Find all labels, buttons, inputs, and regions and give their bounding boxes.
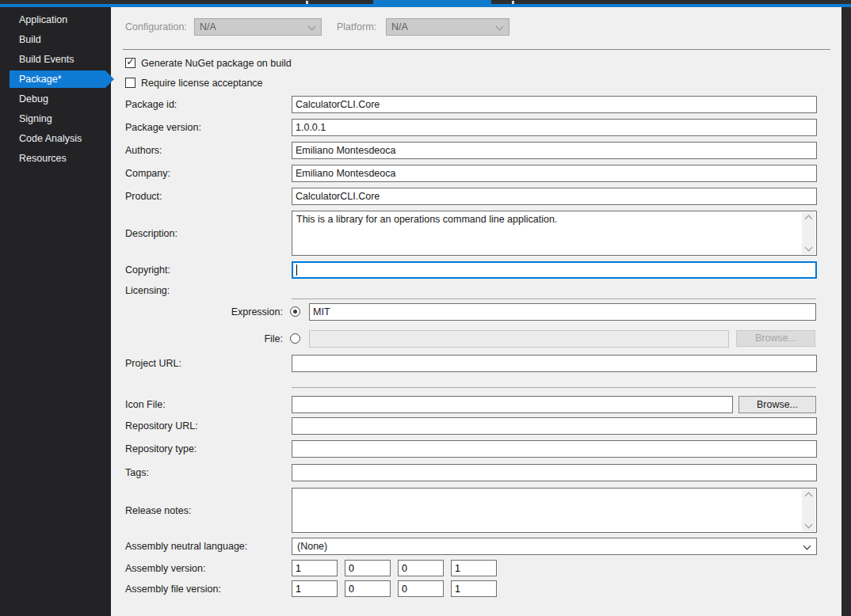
properties-sidebar: Application Build Build Events Package* … <box>0 7 111 616</box>
platform-value: N/A <box>391 21 408 32</box>
project-url-input[interactable] <box>292 355 817 372</box>
tags-label: Tags: <box>125 467 149 479</box>
repository-url-label: Repository URL: <box>125 420 198 432</box>
product-label: Product: <box>125 191 162 203</box>
sidebar-item-debug[interactable]: Debug <box>10 90 105 108</box>
assembly-version-minor-input[interactable] <box>345 560 391 576</box>
expression-input[interactable] <box>309 303 816 321</box>
license-file-label: File: <box>125 333 283 345</box>
licensing-label: Licensing: <box>125 285 170 297</box>
scroll-down-icon[interactable] <box>805 521 813 529</box>
assembly-version-major-input[interactable] <box>292 560 338 576</box>
authors-input[interactable] <box>292 142 817 159</box>
sidebar-item-package[interactable]: Package* <box>10 70 105 88</box>
expression-radio[interactable] <box>290 306 300 317</box>
right-edge-strip <box>841 7 851 616</box>
repository-type-input[interactable] <box>292 440 817 458</box>
copyright-label: Copyright: <box>125 264 170 276</box>
sidebar-item-code-analysis[interactable]: Code Analysis <box>10 130 105 147</box>
package-version-label: Package version: <box>125 122 201 134</box>
icon-file-input[interactable] <box>292 396 733 413</box>
scroll-down-icon[interactable] <box>805 244 813 252</box>
package-id-input[interactable] <box>292 96 817 113</box>
authors-label: Authors: <box>125 145 162 157</box>
assembly-file-version-revision-input[interactable] <box>451 580 497 597</box>
configuration-dropdown: N/A <box>194 18 322 36</box>
text-caret <box>296 264 297 276</box>
package-version-input[interactable] <box>292 119 817 136</box>
assembly-file-version-minor-input[interactable] <box>345 580 391 597</box>
license-file-input <box>309 330 729 348</box>
company-input[interactable] <box>292 165 817 182</box>
sidebar-item-build-events[interactable]: Build Events <box>10 51 105 68</box>
expression-label: Expression: <box>125 306 283 318</box>
assembly-neutral-language-dropdown[interactable]: (None) <box>292 538 817 555</box>
release-notes-scrollbar[interactable] <box>802 489 815 531</box>
description-textarea[interactable]: This is a library for an operations comm… <box>292 211 817 256</box>
sidebar-item-application[interactable]: Application <box>10 11 105 29</box>
header-separator <box>123 49 830 50</box>
sidebar-item-label: Debug <box>19 93 48 105</box>
generate-nuget-label: Generate NuGet package on build <box>141 58 292 70</box>
licensing-separator <box>292 298 816 299</box>
sidebar-item-signing[interactable]: Signing <box>10 110 105 127</box>
sidebar-item-label: Resources <box>19 153 67 164</box>
checkmark-icon: ✓ <box>126 56 134 67</box>
description-scrollbar[interactable] <box>802 212 815 254</box>
sidebar-item-resources[interactable]: Resources <box>10 150 105 167</box>
copyright-input[interactable] <box>292 261 817 279</box>
require-license-label: Require license acceptance <box>141 78 263 89</box>
require-license-checkbox[interactable] <box>125 78 135 88</box>
release-notes-label: Release notes: <box>125 505 191 517</box>
section-separator <box>292 387 816 388</box>
platform-dropdown: N/A <box>386 18 509 36</box>
assembly-file-version-build-input[interactable] <box>398 580 444 597</box>
platform-label: Platform: <box>337 21 376 33</box>
assembly-neutral-language-value: (None) <box>297 541 327 552</box>
sidebar-item-label: Package* <box>19 74 62 85</box>
project-url-label: Project URL: <box>125 358 181 370</box>
sidebar-item-label: Build <box>19 34 41 45</box>
assembly-version-label: Assembly version: <box>125 563 205 575</box>
chevron-down-icon <box>803 542 811 550</box>
project-properties-package-page: Application Build Build Events Package* … <box>0 0 851 616</box>
release-notes-textarea[interactable] <box>292 488 817 533</box>
assembly-version-revision-input[interactable] <box>451 560 497 576</box>
icon-file-browse-button[interactable]: Browse... <box>738 396 816 413</box>
package-id-label: Package id: <box>125 99 177 111</box>
description-label: Description: <box>125 228 177 240</box>
tags-input[interactable] <box>292 464 817 481</box>
assembly-file-version-major-input[interactable] <box>292 580 338 597</box>
license-file-radio[interactable] <box>290 333 300 344</box>
repository-url-input[interactable] <box>292 417 817 435</box>
assembly-version-build-input[interactable] <box>398 560 444 576</box>
description-text: This is a library for an operations comm… <box>296 214 799 226</box>
company-label: Company: <box>125 168 170 180</box>
chevron-down-icon <box>308 23 316 31</box>
sidebar-item-label: Build Events <box>19 54 74 65</box>
sidebar-item-label: Code Analysis <box>19 133 82 144</box>
sidebar-item-label: Signing <box>19 113 52 124</box>
icon-file-label: Icon File: <box>125 399 166 411</box>
chevron-down-icon <box>496 23 504 31</box>
scroll-up-icon[interactable] <box>805 492 813 500</box>
sidebar-item-build[interactable]: Build <box>10 31 105 48</box>
repository-type-label: Repository type: <box>125 443 197 455</box>
scroll-up-icon[interactable] <box>805 215 813 223</box>
product-input[interactable] <box>292 188 817 205</box>
configuration-label: Configuration: <box>125 21 187 33</box>
assembly-file-version-label: Assembly file version: <box>125 584 221 595</box>
generate-nuget-checkbox[interactable]: ✓ <box>125 58 135 68</box>
active-tab-underline <box>0 4 851 7</box>
sidebar-item-label: Application <box>19 14 67 25</box>
license-file-browse-button: Browse... <box>736 330 815 347</box>
assembly-neutral-language-label: Assembly neutral language: <box>125 541 247 553</box>
configuration-value: N/A <box>200 21 216 32</box>
